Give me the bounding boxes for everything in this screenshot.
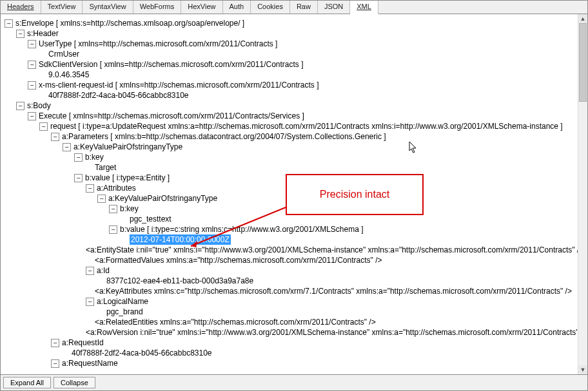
toggle-icon[interactable]: − <box>28 61 36 69</box>
node-related[interactable]: <a:RelatedEntities xmlns:a="http://schem… <box>95 317 376 327</box>
node-target[interactable]: Target <box>95 162 116 173</box>
toggle-icon[interactable]: − <box>16 102 24 110</box>
node-brand[interactable]: pgc_brand <box>106 307 143 317</box>
toggle-icon[interactable]: − <box>109 225 117 234</box>
node-sdkver[interactable]: 9.0.46.3545 <box>48 70 89 80</box>
toggle-icon[interactable]: − <box>28 81 36 90</box>
toggle-icon[interactable]: − <box>5 19 13 28</box>
scroll-track[interactable] <box>578 23 587 365</box>
content-area: −s:Envelope [ xmlns:s=http://schemas.xml… <box>1 14 587 374</box>
expand-all-button[interactable]: Expand All <box>3 377 51 388</box>
node-usertype[interactable]: UserType [ xmlns=http://schemas.microsof… <box>39 39 277 49</box>
node-entitystate[interactable]: <a:EntityState i:nil="true" xmlns:i="htt… <box>86 245 578 255</box>
tab-textview[interactable]: TextView <box>41 1 83 14</box>
node-bkey[interactable]: b:key <box>85 152 104 162</box>
toggle-icon[interactable]: − <box>74 153 83 162</box>
toggle-icon[interactable]: − <box>86 267 94 275</box>
node-xmsid[interactable]: 40f7888f-2df2-4aca-b045-66cabbc8310e <box>48 90 189 100</box>
window: Headers TextView SyntaxView WebForms Hex… <box>0 0 588 391</box>
toggle-icon[interactable]: − <box>51 339 59 347</box>
node-bvalue[interactable]: b:value [ i:type=a:Entity ] <box>85 173 170 183</box>
node-envelope[interactable]: s:Envelope [ xmlns:s=http://schemas.xmls… <box>15 18 244 28</box>
node-requestid-value[interactable]: 40f7888f-2df2-4aca-b045-66cabbc8310e <box>72 348 212 358</box>
toggle-icon[interactable]: − <box>86 298 94 306</box>
node-execute[interactable]: Execute [ xmlns=http://schemas.microsoft… <box>39 111 304 121</box>
node-aid[interactable]: a:Id <box>97 265 110 276</box>
annotation-callout: Precision intact <box>286 174 424 215</box>
node-crmuser[interactable]: CrmUser <box>48 49 79 59</box>
vertical-scrollbar[interactable]: ▲ ▼ <box>578 14 587 374</box>
tab-syntaxview[interactable]: SyntaxView <box>83 1 133 14</box>
tab-xml[interactable]: XML <box>350 1 378 14</box>
node-bvalue2[interactable]: b:value [ i:type=c:string xmlns:c=http:/… <box>120 224 364 234</box>
collapse-button[interactable]: Collapse <box>54 377 95 388</box>
node-kvp2[interactable]: a:KeyValuePairOfstringanyType <box>108 193 217 204</box>
toggle-icon[interactable]: − <box>28 112 36 120</box>
toggle-icon[interactable]: − <box>51 359 59 368</box>
node-highlighted-value[interactable]: 2012-07-14T00:00:00.0000Z <box>130 234 231 245</box>
toggle-icon[interactable]: − <box>28 40 36 48</box>
tab-hexview[interactable]: HexView <box>181 1 222 14</box>
node-kvp[interactable]: a:KeyValuePairOfstringanyType <box>74 142 182 152</box>
tab-webforms[interactable]: WebForms <box>133 1 182 14</box>
toggle-icon[interactable]: − <box>16 30 24 38</box>
node-logicalname[interactable]: a:LogicalName <box>97 296 148 307</box>
footer-toolbar: Expand All Collapse <box>1 374 587 390</box>
node-bkey2[interactable]: b:key <box>120 204 139 214</box>
toggle-icon[interactable]: − <box>39 122 48 131</box>
node-params[interactable]: a:Parameters [ xmlns:b=http://schemas.da… <box>62 131 386 142</box>
node-request[interactable]: request [ i:type=a:UpdateRequest xmlns:a… <box>50 121 563 131</box>
toggle-icon[interactable]: − <box>74 174 83 182</box>
node-formattedvalues[interactable]: <a:FormattedValues xmlns:a="http://schem… <box>95 255 382 265</box>
node-attrs[interactable]: a:Attributes <box>97 183 136 193</box>
node-body[interactable]: s:Body <box>27 100 51 111</box>
node-requestname[interactable]: a:RequestName <box>62 358 118 368</box>
toggle-icon[interactable]: − <box>86 184 94 193</box>
node-xms[interactable]: x-ms-client-request-id [ xmlns=http://sc… <box>39 80 318 90</box>
scroll-up-icon[interactable]: ▲ <box>578 14 587 23</box>
node-keyattrs[interactable]: <a:KeyAttributes xmlns:c="http://schemas… <box>95 286 572 296</box>
tab-auth[interactable]: Auth <box>223 1 251 14</box>
node-pgctest[interactable]: pgc_testtext <box>130 214 172 224</box>
tab-headers[interactable]: Headers <box>1 1 41 14</box>
node-aid-value[interactable]: 8377c102-eae4-eb11-bacb-000d3a9a7a8e <box>106 276 253 286</box>
node-header[interactable]: s:Header <box>27 28 59 39</box>
toggle-icon[interactable]: − <box>97 195 106 203</box>
tab-bar: Headers TextView SyntaxView WebForms Hex… <box>1 1 587 14</box>
node-requestid[interactable]: a:RequestId <box>62 338 104 348</box>
toggle-icon[interactable]: − <box>51 133 59 141</box>
node-sdk[interactable]: SdkClientVersion [ xmlns=http://schemas.… <box>39 59 303 70</box>
tab-cookies[interactable]: Cookies <box>251 1 290 14</box>
scroll-down-icon[interactable]: ▼ <box>578 365 587 374</box>
tab-json[interactable]: JSON <box>318 1 350 14</box>
node-rowver[interactable]: <a:RowVersion i:nil="true" xmlns:i="http… <box>86 327 578 338</box>
tab-raw[interactable]: Raw <box>290 1 318 14</box>
toggle-icon[interactable]: − <box>109 205 117 213</box>
toggle-icon[interactable]: − <box>63 143 71 151</box>
scroll-thumb[interactable] <box>579 23 587 102</box>
annotation-text: Precision intact <box>320 189 390 200</box>
